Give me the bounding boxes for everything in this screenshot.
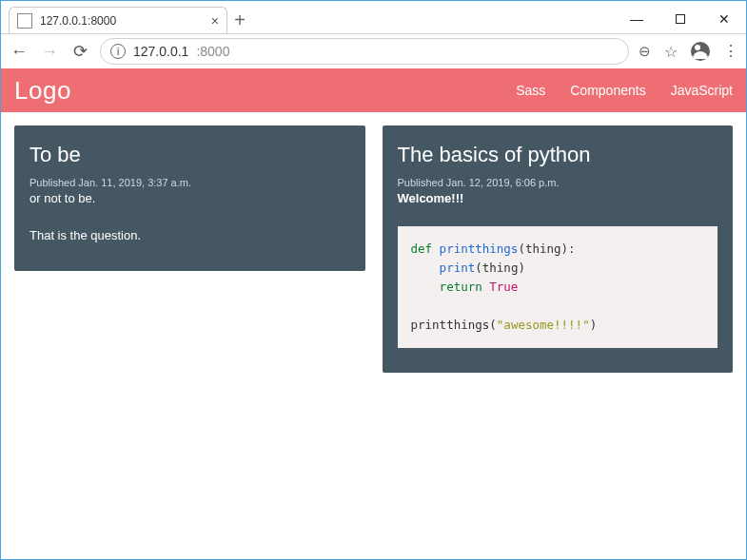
back-button[interactable]: ← [9, 41, 29, 62]
reload-button[interactable]: ⟳ [69, 41, 90, 62]
post-title: To be [29, 143, 350, 167]
nav-link-sass[interactable]: Sass [516, 83, 545, 98]
zoom-icon[interactable]: ⊖ [639, 43, 651, 60]
url-host: 127.0.0.1 [133, 44, 188, 59]
url-port: :8000 [196, 44, 229, 59]
post-body: or not to be. That is the question. [29, 189, 350, 246]
close-tab-icon[interactable]: × [211, 13, 219, 29]
new-tab-button[interactable]: + [227, 10, 252, 33]
site-info-icon[interactable]: i [110, 44, 126, 59]
nav-links: Sass Components JavaScript [516, 83, 733, 98]
card-container: To be Published Jan. 11, 2019, 3:37 a.m.… [1, 112, 746, 386]
brand-logo[interactable]: Logo [14, 76, 71, 106]
nav-link-components[interactable]: Components [570, 83, 645, 98]
post-published: Published Jan. 11, 2019, 3:37 a.m. [29, 177, 350, 188]
browser-tab[interactable]: 127.0.0.1:8000 × [9, 7, 227, 33]
nav-link-javascript[interactable]: JavaScript [671, 83, 733, 98]
code-block: def printthings(thing): print(thing) ret… [398, 226, 718, 348]
forward-button[interactable]: → [39, 41, 60, 62]
browser-toolbar: ← → ⟳ i 127.0.0.1:8000 ⊖ ☆ ⋮ [1, 33, 746, 69]
maximize-button[interactable] [659, 5, 702, 33]
address-bar[interactable]: i 127.0.0.1:8000 [100, 38, 629, 65]
bookmark-icon[interactable]: ☆ [664, 43, 678, 61]
post-card: The basics of python Published Jan. 12, … [383, 126, 734, 373]
window-controls: — ✕ [615, 5, 746, 33]
close-window-button[interactable]: ✕ [702, 5, 746, 33]
post-published: Published Jan. 12, 2019, 6:06 p.m. [398, 177, 718, 188]
tab-title: 127.0.0.1:8000 [40, 14, 116, 28]
site-navbar: Logo Sass Components JavaScript [1, 68, 746, 112]
post-body: Welcome!!! def printthings(thing): print… [398, 189, 718, 348]
window-titlebar: 127.0.0.1:8000 × + — ✕ [1, 1, 746, 33]
page-icon [17, 13, 32, 29]
profile-icon[interactable] [691, 42, 710, 61]
post-card: To be Published Jan. 11, 2019, 3:37 a.m.… [14, 126, 365, 271]
post-title: The basics of python [398, 143, 718, 167]
page-viewport: Logo Sass Components JavaScript To be Pu… [1, 68, 746, 559]
minimize-button[interactable]: — [615, 5, 659, 33]
